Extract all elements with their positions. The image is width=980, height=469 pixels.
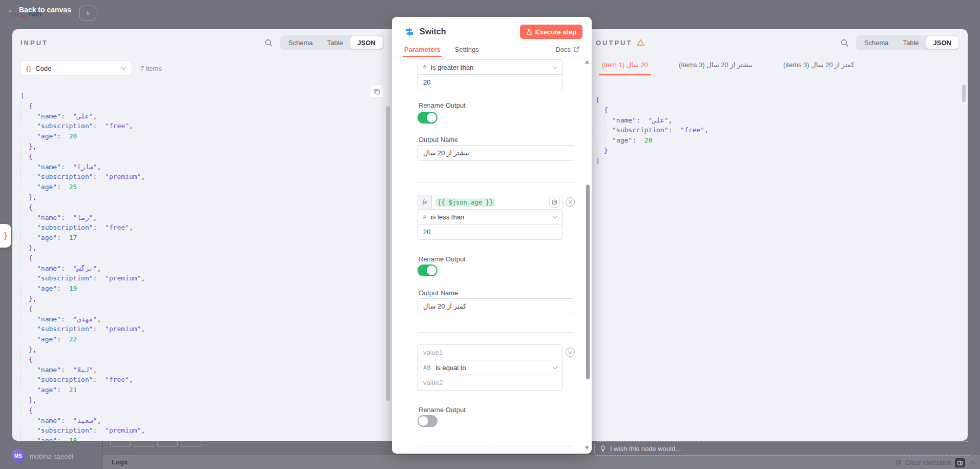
output-panel: OUTPUT Schema Table JSON 20 سال (1 item)…: [588, 29, 968, 441]
json-line: "age": 18: [20, 436, 385, 441]
json-line: "subscription": "free",: [20, 375, 385, 385]
scroll-down-arrow[interactable]: [585, 446, 589, 450]
clear-execution-button[interactable]: Clear execution: [895, 459, 951, 466]
chevron-down-icon: [121, 65, 127, 70]
modal-scroll-content: # is greater than Rename Output Output N…: [392, 57, 592, 454]
docs-link[interactable]: Docs: [555, 46, 579, 53]
json-line: "age": 20: [20, 131, 385, 141]
rule-3-value2-input[interactable]: [418, 375, 562, 391]
tab-input-table[interactable]: Table: [320, 36, 350, 49]
external-link-icon: [573, 46, 579, 52]
lightbulb-icon: [600, 445, 606, 453]
json-line: ]: [596, 156, 961, 166]
expand-expression-button[interactable]: [549, 197, 560, 208]
user-name: mobina saeedi: [30, 453, 73, 460]
json-line: },: [20, 243, 385, 253]
json-line: "subscription": "free",: [20, 121, 385, 131]
back-to-canvas-button[interactable]: ← Back to canvas: [8, 5, 71, 14]
branch-tab-2[interactable]: بیشتر از 20 سال (3 items): [676, 61, 756, 75]
rule-1-operator-select[interactable]: # is greater than: [418, 59, 562, 75]
collapsed-panel-handle[interactable]: }: [0, 224, 11, 248]
scroll-up-arrow[interactable]: [585, 60, 589, 64]
flask-icon: [526, 29, 532, 35]
tab-parameters[interactable]: Parameters: [404, 42, 441, 57]
rule-options-icon[interactable]: [566, 348, 575, 357]
output-branch-tabs: 20 سال (1 item) بیشتر از 20 سال (3 items…: [596, 55, 960, 75]
dimmed-button: [157, 440, 178, 447]
back-arrow-icon: ←: [8, 5, 15, 14]
rule-2-output-name-input[interactable]: [418, 298, 574, 314]
branch-tab-3[interactable]: کمتر از 20 سال (3 items): [780, 61, 858, 75]
json-line: {: [20, 253, 385, 263]
avatar[interactable]: MS: [11, 449, 25, 463]
output-scrollbar[interactable]: [962, 85, 966, 102]
node-feedback-button[interactable]: I wish this node would...: [594, 441, 971, 456]
tab-input-json[interactable]: JSON: [350, 36, 383, 49]
search-icon[interactable]: [264, 38, 273, 47]
input-items-count: 7 items: [140, 65, 162, 72]
tab-input-schema[interactable]: Schema: [281, 36, 320, 49]
json-line: {: [20, 355, 385, 365]
remove-rule-icon[interactable]: ✕: [566, 197, 575, 207]
rule-2-condition: # is less than: [418, 209, 562, 240]
input-json-view[interactable]: [{"name": "علی","subscription": "free","…: [20, 91, 385, 441]
rule-1-output-name-input[interactable]: [418, 145, 574, 161]
rule-1-rename-toggle[interactable]: [418, 112, 437, 124]
rule-3-value1-input[interactable]: [418, 344, 562, 360]
json-line: }: [596, 146, 961, 156]
tab-output-json[interactable]: JSON: [926, 36, 958, 49]
json-line: "name": "رضا",: [20, 213, 385, 223]
text-type-icon: AB: [423, 365, 431, 371]
json-line: "subscription": "free",: [596, 125, 961, 135]
add-node-button[interactable]: +: [79, 6, 96, 21]
json-line: "name": "نرگس",: [20, 263, 385, 274]
json-line: {: [20, 101, 385, 111]
dimmed-button: [181, 440, 201, 447]
rule-2-value-input[interactable]: [418, 224, 562, 240]
rule-3-rename-toggle[interactable]: [418, 415, 437, 427]
json-line: "name": "مهدی",: [20, 314, 385, 324]
modal-scrollbar[interactable]: [586, 185, 590, 379]
json-line: },: [20, 344, 385, 355]
rule-3-operator-select[interactable]: AB is equal to: [418, 360, 562, 375]
fx-icon: fx: [418, 195, 432, 209]
json-line: "age": 21: [20, 385, 385, 395]
branch-tab-1[interactable]: 20 سال (1 item): [599, 61, 651, 75]
json-line: "age": 22: [20, 334, 385, 344]
search-icon[interactable]: [840, 38, 849, 47]
json-line: [: [596, 95, 961, 105]
rule-2-rename-toggle[interactable]: [418, 264, 437, 276]
rename-output-label: Rename Output: [419, 255, 466, 263]
json-line: },: [20, 141, 385, 152]
output-json-view[interactable]: [{"name": "علی","subscription": "free","…: [596, 95, 961, 441]
json-line: "age": 19: [20, 283, 385, 294]
json-line: "name": "سارا",: [20, 162, 385, 172]
json-line: "subscription": "premium",: [20, 324, 385, 334]
expand-icon: [552, 199, 557, 205]
json-line: {: [20, 405, 385, 416]
chevron-down-icon: [553, 64, 558, 69]
input-panel-title: INPUT: [20, 39, 48, 47]
number-type-icon: #: [423, 214, 426, 220]
warning-icon: [636, 38, 645, 47]
rule-1-condition: # is greater than: [418, 59, 562, 90]
rule-1-value-input[interactable]: [418, 74, 562, 90]
tab-output-schema[interactable]: Schema: [857, 36, 896, 49]
rule-2-operator-select[interactable]: # is less than: [418, 209, 562, 225]
panel-toggle-icon[interactable]: [955, 458, 965, 467]
json-line: "age": 25: [20, 182, 385, 192]
rule-2-expression-field[interactable]: fx {{ $json.age }}: [418, 195, 562, 210]
input-node-selector[interactable]: {} Code: [20, 60, 131, 76]
logs-label[interactable]: Logs: [112, 458, 128, 466]
json-line: {: [20, 202, 385, 213]
json-line: "subscription": "premium",: [20, 273, 385, 283]
rule-separator: [418, 182, 574, 182]
tab-settings[interactable]: Settings: [455, 42, 479, 57]
json-line: {: [20, 152, 385, 162]
json-line: "subscription": "premium",: [20, 172, 385, 182]
execute-step-button[interactable]: Execute step: [520, 25, 582, 39]
input-scrollbar[interactable]: [386, 106, 390, 401]
output-name-label: Output Name: [419, 289, 458, 297]
tab-output-table[interactable]: Table: [896, 36, 926, 49]
json-line: "age": 20: [596, 135, 961, 146]
